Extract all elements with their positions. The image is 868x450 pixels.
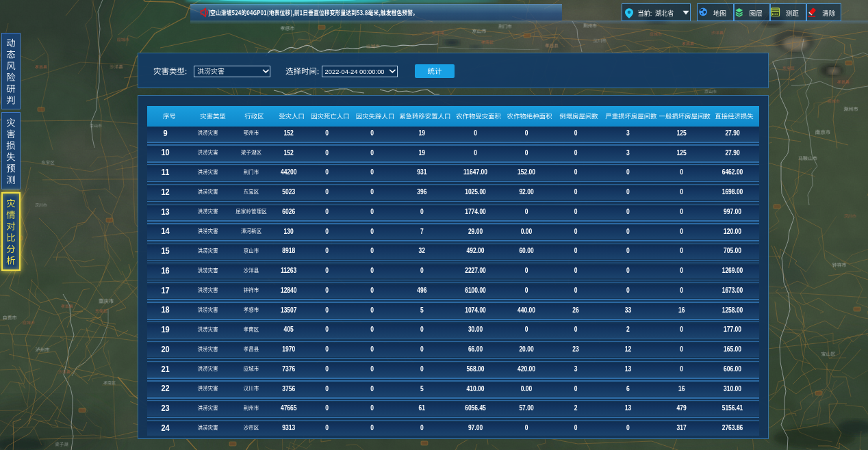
- svg-text:11: 11: [162, 167, 170, 176]
- svg-text:44200: 44200: [281, 169, 297, 176]
- svg-text:13: 13: [625, 405, 631, 412]
- svg-text:705.00: 705.00: [724, 248, 741, 255]
- svg-text:152: 152: [284, 129, 294, 137]
- svg-text:21: 21: [161, 364, 170, 373]
- svg-text:0: 0: [525, 424, 528, 432]
- svg-text:0: 0: [626, 228, 630, 235]
- svg-text:396: 396: [417, 188, 426, 196]
- svg-text:8918: 8918: [282, 248, 295, 255]
- svg-text:405: 405: [284, 326, 294, 334]
- svg-text:26: 26: [572, 306, 578, 314]
- svg-text:47665: 47665: [281, 405, 297, 412]
- svg-text:0: 0: [370, 306, 374, 314]
- svg-text:27.90: 27.90: [725, 129, 739, 137]
- svg-text:2763.86: 2763.86: [722, 424, 743, 432]
- svg-text:0: 0: [525, 287, 528, 294]
- svg-text:20.00: 20.00: [519, 345, 533, 353]
- svg-text:27.90: 27.90: [725, 149, 739, 157]
- svg-text:410.00: 410.00: [467, 385, 485, 393]
- svg-text:0: 0: [626, 424, 630, 432]
- svg-text:606.00: 606.00: [724, 365, 741, 373]
- svg-text:7: 7: [420, 228, 424, 235]
- svg-text:11263: 11263: [281, 267, 296, 274]
- svg-text:125: 125: [677, 129, 687, 137]
- svg-text:5: 5: [420, 385, 424, 393]
- svg-text:1074.00: 1074.00: [465, 306, 486, 314]
- svg-text:7376: 7376: [282, 365, 295, 373]
- svg-text:420.00: 420.00: [518, 365, 535, 373]
- svg-text:177.00: 177.00: [724, 326, 741, 334]
- svg-text:0: 0: [325, 129, 329, 137]
- svg-text:0: 0: [626, 267, 630, 274]
- svg-text:3756: 3756: [282, 385, 295, 393]
- svg-text:0: 0: [680, 208, 683, 215]
- svg-text:997.00: 997.00: [724, 208, 741, 215]
- svg-text:0: 0: [370, 365, 374, 373]
- svg-text:12: 12: [625, 345, 631, 353]
- svg-text:2: 2: [626, 326, 630, 334]
- svg-text:0: 0: [574, 248, 578, 255]
- svg-text:13: 13: [625, 365, 631, 373]
- svg-text:0: 0: [325, 345, 329, 353]
- svg-text:17: 17: [161, 285, 170, 295]
- svg-text:0: 0: [525, 267, 528, 274]
- svg-text:92.00: 92.00: [519, 188, 533, 196]
- svg-text:0: 0: [325, 385, 329, 393]
- svg-text:0: 0: [325, 326, 329, 334]
- svg-text:0: 0: [420, 365, 424, 373]
- svg-text:1258.00: 1258.00: [722, 306, 743, 314]
- svg-text:0: 0: [574, 267, 578, 274]
- svg-text:12: 12: [161, 187, 170, 196]
- svg-text:0: 0: [574, 424, 578, 432]
- svg-text:22: 22: [161, 384, 170, 393]
- svg-text:9: 9: [163, 128, 168, 137]
- svg-text:152: 152: [284, 149, 294, 157]
- svg-text:0: 0: [525, 149, 528, 157]
- svg-text:0: 0: [420, 326, 424, 334]
- svg-text:16: 16: [678, 385, 685, 393]
- svg-text:0: 0: [370, 208, 374, 215]
- svg-text:125: 125: [677, 149, 687, 157]
- svg-text:0: 0: [680, 169, 683, 176]
- svg-text:0: 0: [626, 169, 630, 176]
- svg-text:0.00: 0.00: [521, 385, 533, 393]
- svg-text:492.00: 492.00: [467, 248, 485, 255]
- svg-text:0: 0: [525, 208, 528, 215]
- svg-text:0: 0: [680, 345, 683, 353]
- svg-text:14: 14: [161, 226, 170, 236]
- svg-text:0: 0: [370, 424, 374, 432]
- svg-text:1269.00: 1269.00: [722, 267, 743, 274]
- svg-text:0: 0: [370, 169, 374, 176]
- svg-text:3: 3: [574, 365, 578, 373]
- svg-text:0: 0: [325, 424, 329, 432]
- svg-text:2022-04-24 00:00:00: 2022-04-24 00:00:00: [325, 68, 385, 75]
- svg-text:19: 19: [419, 129, 425, 137]
- svg-text:61: 61: [419, 405, 425, 412]
- svg-text:0: 0: [474, 129, 477, 137]
- svg-text:0: 0: [680, 188, 683, 196]
- svg-text:0: 0: [680, 248, 683, 255]
- svg-text:0: 0: [325, 287, 329, 294]
- svg-text:1970: 1970: [282, 345, 295, 353]
- svg-text:317: 317: [677, 424, 687, 432]
- svg-text:0: 0: [370, 129, 374, 137]
- svg-text:12840: 12840: [281, 287, 297, 294]
- svg-text:3: 3: [626, 149, 630, 157]
- svg-text:1774.00: 1774.00: [465, 208, 486, 215]
- svg-text:0: 0: [325, 306, 329, 314]
- svg-text:0: 0: [680, 287, 683, 294]
- svg-text:6: 6: [626, 385, 630, 393]
- svg-text:6100.00: 6100.00: [465, 287, 486, 294]
- svg-text:30.00: 30.00: [468, 326, 483, 334]
- svg-text:0: 0: [325, 228, 329, 235]
- svg-text:15: 15: [161, 246, 170, 255]
- svg-text:0: 0: [370, 385, 374, 393]
- svg-text:16: 16: [678, 306, 685, 314]
- svg-text:0: 0: [420, 267, 424, 274]
- svg-text:23: 23: [161, 403, 170, 412]
- svg-text:0: 0: [370, 405, 374, 412]
- svg-text:0: 0: [574, 208, 578, 215]
- svg-text:1698.00: 1698.00: [722, 188, 743, 196]
- svg-text:6462.00: 6462.00: [722, 169, 743, 176]
- svg-text:19: 19: [419, 149, 425, 157]
